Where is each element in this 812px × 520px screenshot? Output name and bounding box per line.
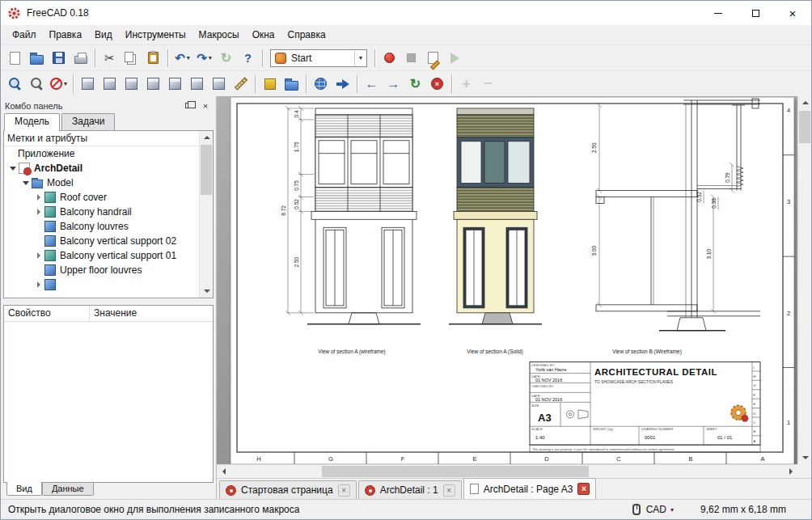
menu-file[interactable]: Файл [6,27,43,43]
menu-windows[interactable]: Окна [246,27,281,43]
macro-edit-button[interactable] [422,48,444,69]
menu-view[interactable]: Вид [88,27,119,43]
tree-item-model[interactable]: Model [4,175,199,190]
draw-style-button[interactable] [48,74,70,95]
tab-start-page[interactable]: Стартовая страница × [219,480,357,499]
open-file-button[interactable] [281,74,302,95]
tab-data-properties[interactable]: Данные [42,483,94,496]
view-left-button[interactable] [208,74,230,95]
close-button[interactable]: × [774,1,811,25]
combo-panel-header[interactable]: Комбо панель × [3,98,214,113]
browser-forward-button[interactable]: → [383,74,404,95]
chevron-down-icon[interactable] [7,167,18,171]
view-front-button[interactable] [99,74,121,95]
property-column-header[interactable]: Свойство [4,306,90,321]
tree-scrollbar[interactable] [199,131,213,298]
tree-column-header[interactable]: Метки и атрибуты [4,131,199,146]
view-right-button[interactable] [142,74,164,95]
scroll-right-arrow[interactable] [784,465,797,478]
undo-button[interactable]: ↶ [171,48,193,69]
chev-right-icon[interactable] [33,194,44,201]
scrollbar-thumb[interactable] [799,111,810,143]
new-document-button[interactable] [4,48,26,69]
open-document-button[interactable] [26,48,48,69]
tree-item-partially-visible[interactable] [4,277,199,292]
menu-tools[interactable]: Инструменты [119,27,192,43]
view-bottom-button[interactable] [186,74,208,95]
redo-dropdown-caret[interactable] [209,54,212,61]
save-button[interactable] [48,48,70,69]
macro-execute-button[interactable] [444,48,466,69]
macro-record-button[interactable] [379,48,400,69]
print-button[interactable] [70,48,91,69]
view-axonometric-button[interactable] [77,74,99,95]
tab-view-properties[interactable]: Вид [6,482,42,496]
panel-float-button[interactable] [182,100,195,112]
tree-item-balcony-handrail[interactable]: Balcony handrail [4,205,199,219]
vertical-scrollbar[interactable] [797,96,811,464]
navigation-style-dropdown[interactable]: CAD [646,504,674,515]
value-column-header[interactable]: Значение [90,306,141,321]
zoom-in-button[interactable]: + [455,74,477,95]
browser-back-button[interactable]: ← [361,74,383,95]
scroll-down-arrow[interactable] [200,285,214,298]
menu-edit[interactable]: Правка [43,27,89,43]
tree-item-balcony-vertical-support-01[interactable]: Balcony vertical support 01 [4,248,199,263]
scrollbar-thumb[interactable] [201,145,212,195]
tree-item-upper-floor-louvres[interactable]: Upper floor louvres [4,263,199,277]
scroll-up-arrow[interactable] [200,131,214,144]
chevron-right-icon[interactable] [33,281,44,288]
techdraw-view[interactable]: 4 3 2 1 H G F E D C B A [217,96,811,478]
tree-item-balcony-vertical-support-02[interactable]: Balcony vertical support 02 [4,234,199,248]
redo-button[interactable]: ↷ [193,48,215,69]
horizontal-scrollbar[interactable] [217,464,797,478]
view-rear-button[interactable] [164,74,186,95]
tab-archdetail-3d[interactable]: ArchDetail : 1 × [358,480,462,499]
title-bar[interactable]: FreeCAD 0.18 × [1,1,811,25]
draw-style-dropdown-caret[interactable] [64,80,67,87]
tree-item-archdetail[interactable]: ArchDetail [4,161,199,175]
next-page-button[interactable] [332,74,353,95]
chevron-right-icon[interactable] [33,252,44,259]
chevron-right-icon[interactable] [33,209,44,215]
browser-stop-button[interactable]: × [426,74,448,95]
maximize-button[interactable] [737,1,774,25]
tab-close-icon[interactable]: × [577,483,590,495]
scroll-left-arrow[interactable] [217,465,230,478]
minimize-button[interactable] [700,1,737,25]
tab-tasks[interactable]: Задачи [61,113,115,130]
refresh-button[interactable]: ↻ [215,48,237,69]
scroll-up-arrow[interactable] [798,96,811,109]
tab-model[interactable]: Модель [4,113,60,131]
workbench-dropdown-caret[interactable] [354,50,362,66]
measure-distance-button[interactable] [230,74,252,95]
zoom-selection-button[interactable] [26,74,48,95]
drawing-page[interactable]: 4 3 2 1 H G F E D C B A [230,97,794,464]
view-top-button[interactable] [121,74,142,95]
chevron-down-icon[interactable] [20,181,31,185]
browser-refresh-button[interactable]: ↻ [404,74,426,95]
menu-help[interactable]: Справка [281,27,332,43]
tab-close-icon[interactable]: × [338,484,350,497]
tree-item-roof-cover[interactable]: Roof cover [4,190,199,205]
zoom-out-button[interactable]: − [477,74,499,95]
cut-button[interactable]: ✂ [99,48,121,69]
start-page-button[interactable] [259,74,281,95]
fit-all-button[interactable] [4,74,26,95]
tree-item-application[interactable]: Приложение [4,146,199,161]
tab-close-icon[interactable]: × [443,484,455,497]
property-editor-body[interactable] [4,322,213,482]
panel-close-button[interactable]: × [199,100,212,112]
paste-button[interactable] [142,48,164,69]
menu-macros[interactable]: Макросы [192,27,246,43]
scrollbar-thumb[interactable] [322,466,589,477]
workbench-selector[interactable]: Start [270,49,367,67]
undo-dropdown-caret[interactable] [187,54,190,61]
copy-button[interactable] [121,48,142,69]
tree-item-balcony-louvres[interactable]: Balcony louvres [4,219,199,234]
macro-stop-button[interactable] [400,48,422,69]
whats-this-button[interactable]: ? [237,48,259,69]
scroll-down-arrow[interactable] [798,451,811,464]
open-website-button[interactable] [310,74,332,95]
tab-archdetail-page-a3[interactable]: ArchDetail : Page A3 × [463,478,597,499]
